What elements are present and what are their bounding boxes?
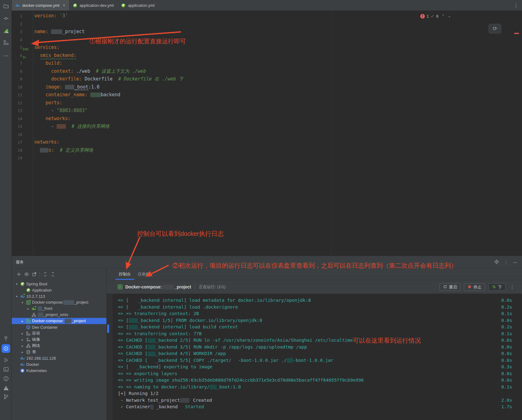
- run-more-icon[interactable]: ⋮: [510, 284, 515, 290]
- expand-all-icon[interactable]: [42, 271, 48, 277]
- reload-file-button[interactable]: ⟳: [489, 24, 501, 33]
- collapse-all-icon[interactable]: [50, 271, 56, 277]
- divider: [2, 24, 9, 24]
- run-gutter-icon[interactable]: ▷▷: [23, 45, 32, 50]
- code-text: - "8083:8083": [34, 107, 88, 115]
- redacted-text: [148, 338, 156, 343]
- code-area[interactable]: 1version: '3'23name: _project45▷▷service…: [12, 12, 516, 162]
- close-tab-icon[interactable]: ×: [63, 3, 65, 8]
- line-number: 11: [12, 91, 22, 99]
- tree-item-label: Docker-compose: _project: [32, 318, 86, 323]
- locate-icon[interactable]: [494, 259, 499, 265]
- chevron-right-icon[interactable]: ▸: [21, 332, 24, 335]
- more-tools-icon[interactable]: [2, 52, 10, 59]
- tree-item[interactable]: ▸_front: [12, 305, 106, 312]
- hide-toolwindow-icon[interactable]: —: [513, 260, 517, 265]
- token: container_name:: [45, 92, 87, 97]
- stop-button[interactable]: 停止: [464, 283, 485, 291]
- error-stripe-mark[interactable]: [514, 33, 519, 34]
- chevron-right-icon[interactable]: ▸: [26, 307, 30, 310]
- running-status-dot: [29, 300, 31, 301]
- console-tab-控制台[interactable]: 控制台: [115, 269, 134, 280]
- token: build:: [45, 60, 62, 66]
- log-line: => [_backend internal] load build contex…: [118, 324, 522, 331]
- tree-item[interactable]: Kubernetes: [12, 367, 106, 374]
- scrollbar-thumb[interactable]: [107, 324, 109, 333]
- chevron-down-icon[interactable]: ▾: [21, 301, 24, 304]
- run-config-title: Docker-compose:: [125, 284, 162, 289]
- tab-application.yml[interactable]: application.yml: [117, 0, 158, 11]
- tree-item[interactable]: ▸容器: [12, 330, 106, 336]
- build-hammer-icon[interactable]: [2, 335, 10, 342]
- tabbar-more-icon[interactable]: ⋮: [514, 2, 519, 8]
- run-gutter-icon[interactable]: ▷: [23, 53, 32, 58]
- next-problem-icon[interactable]: ⌄: [448, 14, 451, 18]
- tab-docker-compose.yml[interactable]: docker-compose.yml×: [12, 0, 69, 11]
- project-folder-icon[interactable]: [2, 2, 10, 10]
- chevron-down-icon[interactable]: ▾: [15, 295, 19, 298]
- token: "8083:8083": [57, 108, 87, 113]
- tab-label: application.yml: [128, 3, 154, 8]
- running-status-dot: [29, 318, 31, 320]
- inspections-widget[interactable]: ! 1 ✓ 6 ⌃ ⌄: [420, 14, 451, 19]
- open-in-new-tab-icon[interactable]: [32, 271, 37, 277]
- tree-item[interactable]: ▾10.2.7.113: [12, 293, 106, 299]
- toolwindow-options-icon[interactable]: ⋮: [504, 260, 508, 265]
- tree-item[interactable]: 192.168.111.128: [12, 355, 106, 361]
- tree-item-label: Kubernetes: [26, 368, 47, 373]
- editor[interactable]: 1version: '3'23name: _project45▷▷service…: [12, 11, 522, 256]
- restart-button[interactable]: 重启: [439, 283, 461, 291]
- tree-item[interactable]: _project_smis: [12, 312, 106, 318]
- services-toolwindow-icon[interactable]: [2, 344, 10, 353]
- redacted-text: [180, 398, 189, 403]
- prev-problem-icon[interactable]: ⌃: [442, 14, 445, 18]
- chevron-down-icon[interactable]: ▾: [15, 282, 19, 286]
- tree-item[interactable]: ▾Spring Boot: [12, 281, 106, 287]
- log-text: _backend 3/5] RUN mkdir -p /app/logs /ap…: [156, 344, 307, 349]
- console-log-area[interactable]: => [_backend internal] load metadata for…: [107, 294, 522, 420]
- log-text: _boot:1.0: [217, 384, 241, 389]
- log-line: => => naming to docker.io/library/_boot:…: [118, 384, 522, 391]
- tree-item[interactable]: Dev Container: [12, 324, 106, 330]
- log-text: _backend 5/5] COPY ./target/: [156, 358, 231, 363]
- tree-item[interactable]: ▾Docker-compose:_project: [12, 299, 106, 305]
- images-icon: [26, 337, 31, 342]
- tree-item-label: _front: [38, 306, 52, 311]
- tree-item[interactable]: Application: [12, 287, 106, 293]
- log-line: => CACHED [_backend 4/5] WORKDIR /app0.0…: [118, 350, 522, 357]
- chevron-right-icon[interactable]: ▸: [21, 344, 24, 348]
- line-number: 12: [12, 99, 22, 107]
- log-duration: 0.0s: [501, 350, 512, 357]
- docker-icon: [15, 3, 20, 8]
- tree-item[interactable]: Docker: [12, 361, 106, 367]
- log-duration: 0.2s: [501, 304, 512, 311]
- chevron-right-icon[interactable]: ▸: [21, 338, 24, 341]
- log-line: => [_backend internal] load .dockerignor…: [118, 304, 522, 311]
- terminal-icon[interactable]: [2, 366, 10, 373]
- tree-item[interactable]: ▸镜像: [12, 336, 106, 343]
- code-line: 5▷▷services:: [12, 44, 516, 52]
- run-icon[interactable]: [2, 356, 10, 364]
- rocket-jr-icon[interactable]: JR: [2, 27, 10, 35]
- tree-item[interactable]: ▸Docker-compose: _project: [12, 318, 106, 324]
- problems-icon[interactable]: [2, 375, 10, 382]
- console-tab-仪表板[interactable]: 仪表板: [134, 269, 153, 280]
- tab-application-dev.yml[interactable]: application-dev.yml: [69, 0, 117, 11]
- log-text: => [: [118, 318, 129, 323]
- compose-down-button[interactable]: 下: [488, 283, 506, 291]
- git-branch-icon[interactable]: [2, 393, 10, 400]
- ide-window: JR docker-compose.yml×application-dev.ym…: [0, 0, 522, 420]
- chevron-right-icon[interactable]: ▸: [21, 319, 24, 323]
- log-duration: 0.0s: [501, 297, 512, 304]
- chevron-right-icon[interactable]: ▸: [21, 350, 24, 354]
- tree-item[interactable]: ▸卷: [12, 349, 106, 355]
- log-line: => [_backend] exporting to image0.3s: [118, 364, 522, 370]
- tree-item[interactable]: ▸网络: [12, 343, 106, 349]
- add-service-icon[interactable]: [16, 271, 22, 277]
- notifications-icon[interactable]: [2, 384, 10, 392]
- view-options-icon[interactable]: [24, 271, 29, 277]
- code-text: dockerfile: Dockerfile # Dockerfile 在 ./…: [34, 75, 183, 83]
- commit-icon[interactable]: [2, 15, 10, 22]
- structure-icon[interactable]: [2, 39, 10, 46]
- code-text: ports:: [34, 99, 62, 107]
